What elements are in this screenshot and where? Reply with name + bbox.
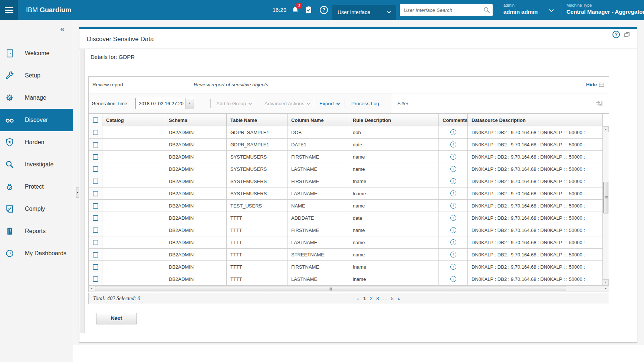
sidebar-item-investigate[interactable]: Investigate [0,153,73,176]
row-checkbox[interactable] [93,154,98,160]
row-checkbox[interactable] [93,166,98,172]
card-divider [79,49,637,49]
search-icon[interactable] [483,6,490,14]
comment-info-icon[interactable]: i [450,142,456,147]
cell-table: TEST_USERS [227,200,288,212]
process-log-button[interactable]: Process Log [351,93,379,114]
ui-mode-select[interactable]: User Interface [332,5,396,20]
cell-rule: date [349,139,439,151]
comment-info-icon[interactable]: i [450,154,456,160]
scroll-up-icon[interactable]: ▴ [603,126,609,132]
row-checkbox[interactable] [93,142,98,147]
generation-time-combobox[interactable]: 2018-07-02 16:27:20 ▾ [135,98,194,109]
pagination: ◂123...5▸ [354,293,403,304]
hide-link[interactable]: Hide [586,77,604,93]
vertical-scrollbar-thumb[interactable] [603,182,608,213]
comment-info-icon[interactable]: i [450,129,456,135]
sidebar-collapse-icon[interactable]: « [60,24,65,33]
report-icon [5,226,14,236]
note-check-icon [5,204,14,214]
sidebar-item-discover[interactable]: Discover [0,109,73,131]
sidebar-item-manage[interactable]: Manage [0,87,73,109]
combobox-caret-icon[interactable]: ▾ [185,98,194,109]
row-checkbox[interactable] [93,240,98,245]
user-menu[interactable]: admin admin admin [503,3,538,15]
filter-columns-icon[interactable] [595,100,604,107]
user-chevron-down-icon[interactable] [549,7,554,12]
comment-info-icon[interactable]: i [450,190,456,196]
page-title: Discover Sensitive Data [87,36,154,43]
comment-info-icon[interactable]: i [450,276,456,282]
card-help-icon[interactable]: ? [612,31,620,38]
comment-info-icon[interactable]: i [450,227,456,233]
column-header-comments[interactable]: Comments [439,114,468,126]
row-checkbox[interactable] [93,130,98,135]
horizontal-scrollbar-thumb[interactable] [95,286,566,291]
page-link-3[interactable]: 3 [376,296,379,301]
add-to-group-button[interactable]: Add to Group [216,93,252,114]
column-header-table-name[interactable]: Table Name [227,114,288,126]
page-link-2[interactable]: 2 [370,296,373,301]
next-button[interactable]: Next [96,313,137,324]
comment-info-icon[interactable]: i [450,215,456,221]
vertical-scrollbar[interactable]: ▴ ▾ [602,126,609,285]
column-header-column-name[interactable]: Column Name [288,114,349,126]
filter-input[interactable] [397,93,575,113]
sidebar-item-welcome[interactable]: Welcome [0,42,73,64]
column-header-catalog[interactable]: Catalog [102,114,165,126]
scroll-right-icon[interactable]: ▸ [603,286,609,292]
cell-schema: DB2ADMIN [165,151,227,163]
sidebar-item-harden[interactable]: Harden [0,131,73,153]
row-checkbox[interactable] [93,191,98,196]
sidebar-item-label: Reports [25,220,46,242]
top-banner: IBM Guardium 16:29 2 ? User Interface ad… [0,0,644,20]
sidebar-item-setup[interactable]: Setup [0,64,73,87]
cell-table: TTTT [227,236,288,249]
horizontal-scrollbar[interactable]: ◂ ▸ [89,285,609,292]
column-header-datasource-description[interactable]: Datasource Description [468,114,603,126]
comment-info-icon[interactable]: i [450,252,456,258]
scroll-down-icon[interactable]: ▾ [603,279,609,285]
cell-schema: DB2ADMIN [165,224,227,236]
comment-info-icon[interactable]: i [450,264,456,270]
cell-comments: i [439,139,468,151]
comment-info-icon[interactable]: i [450,178,456,184]
column-header-rule-description[interactable]: Rule Description [349,114,439,126]
page-prev-icon[interactable]: ◂ [356,297,358,301]
page-link-5[interactable]: 5 [391,296,394,301]
row-checkbox[interactable] [93,179,98,184]
export-button[interactable]: Export [319,93,339,114]
row-checkbox[interactable] [93,252,98,258]
row-select-cell [89,224,102,236]
advanced-actions-button[interactable]: Advanced Actions [264,93,310,114]
clipboard-check-icon[interactable] [304,6,313,16]
hamburger-menu-icon[interactable] [0,0,18,20]
row-checkbox[interactable] [93,228,98,233]
row-checkbox[interactable] [93,215,98,221]
sidebar-item-protect[interactable]: Protect [0,176,73,198]
panel-splitter-handle[interactable]: ▸ [76,187,79,198]
comment-info-icon[interactable]: i [450,166,456,172]
sidebar-item-comply[interactable]: Comply [0,198,73,220]
sidebar-item-my-dashboards[interactable]: My Dashboards [0,242,73,265]
cell-datasource: DN0KALP : DB2 : 9.70.164.68 : DN0KALP : … [468,187,603,200]
gauge-icon [5,249,14,258]
row-checkbox[interactable] [93,203,98,209]
select-all-checkbox[interactable] [93,117,98,123]
page-next-icon[interactable]: ▸ [398,297,400,301]
help-icon[interactable]: ? [320,6,328,14]
page-link-1[interactable]: 1 [363,296,366,301]
cell-table: TTTT [227,273,288,285]
row-checkbox[interactable] [93,276,98,282]
restore-window-icon[interactable] [624,31,630,39]
search-input[interactable] [400,4,493,16]
scroll-left-icon[interactable]: ◂ [89,286,95,292]
comment-info-icon[interactable]: i [450,239,456,245]
user-role: admin [503,3,538,7]
row-checkbox[interactable] [93,264,98,270]
comment-info-icon[interactable]: i [450,203,456,209]
column-header-schema[interactable]: Schema [165,114,227,126]
sidebar-item-reports[interactable]: Reports [0,220,73,242]
toolbar-separator [259,99,259,108]
report-toolbar: Generation Time 2018-07-02 16:27:20 ▾ Ad… [89,93,609,113]
